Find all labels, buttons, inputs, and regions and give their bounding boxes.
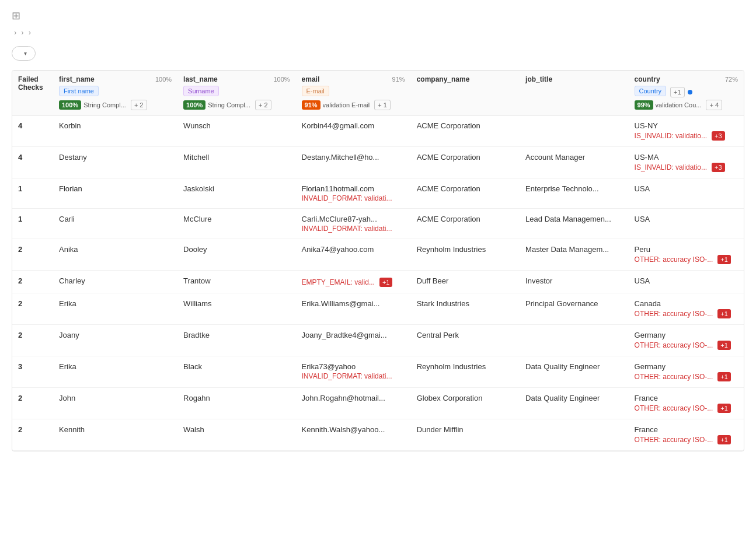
cell-job-title: Investor <box>520 271 628 293</box>
cell-country: FranceOTHER: accuracy ISO-...+1 <box>629 388 744 419</box>
cell-email: John.Rogahn@hotmail... <box>296 388 411 419</box>
col-header-first-name: first_name 100% First name 100% String C… <box>53 71 177 115</box>
cell-first-name: Charley <box>53 271 177 293</box>
cell-country: US-MAIS_INVALID: validatio...+3 <box>629 147 744 178</box>
check-pct-country: 99% <box>635 100 653 110</box>
check-pct-firstname: 100% <box>59 100 81 110</box>
check-label-email: validation E-mail <box>323 101 370 108</box>
check-plus-email: + 1 <box>374 100 391 110</box>
dot-blue-icon <box>688 90 692 94</box>
cell-company: ACME Corporation <box>411 115 520 147</box>
tag-first-name: First name <box>59 86 99 96</box>
cell-failed: 4 <box>12 147 53 178</box>
cell-first-name: Erika <box>53 356 177 388</box>
cell-company: Duff Beer <box>411 271 520 293</box>
cell-failed: 2 <box>12 239 53 271</box>
cell-country: USA <box>629 209 744 239</box>
cell-country: GermanyOTHER: accuracy ISO-...+1 <box>629 325 744 356</box>
cell-last-name: Jaskolski <box>177 178 295 209</box>
col-header-country: country 72% Country +1 99% validation Co… <box>629 71 744 115</box>
cell-last-name: Williams <box>177 293 295 325</box>
cell-failed: 2 <box>12 293 53 325</box>
cell-failed: 1 <box>12 178 53 209</box>
country-error-text: OTHER: accuracy ISO-... <box>635 341 713 349</box>
cell-job-title <box>520 325 628 356</box>
country-error-text: OTHER: accuracy ISO-... <box>635 436 713 444</box>
toolbar: ▾ <box>12 46 744 61</box>
cell-country: CanadaOTHER: accuracy ISO-...+1 <box>629 293 744 325</box>
country-error-badge: +1 <box>717 341 731 350</box>
cell-job-title: Data Quality Engineer <box>520 388 628 419</box>
tag-surname: Surname <box>183 86 219 96</box>
cell-failed: 3 <box>12 356 53 388</box>
tag-country: Country <box>635 86 667 96</box>
cell-last-name: Bradtke <box>177 325 295 356</box>
country-error-text: OTHER: accuracy ISO-... <box>635 373 713 381</box>
apply-filter-button[interactable]: ▾ <box>12 46 36 61</box>
cell-first-name: Korbin <box>53 115 177 147</box>
chevron-down-icon: ▾ <box>24 50 27 57</box>
cell-company: ACME Corporation <box>411 147 520 178</box>
cell-company: Reynholm Industries <box>411 356 520 388</box>
check-plus-firstname: + 2 <box>131 100 147 110</box>
country-error-text: OTHER: accuracy ISO-... <box>635 255 713 264</box>
cell-first-name: Joany <box>53 325 177 356</box>
table-row: 1FlorianJaskolskiFlorian11hotmail.comINV… <box>12 178 744 209</box>
cell-first-name: Carli <box>53 209 177 239</box>
col-header-email: email 91% E-mail 91% validation E-mail +… <box>296 71 411 115</box>
check-label-lastname: String Compl... <box>208 101 250 108</box>
cell-last-name: Trantow <box>177 271 295 293</box>
cell-company: ACME Corporation <box>411 209 520 239</box>
cell-email: EMPTY_EMAIL: valid...+1 <box>296 271 411 293</box>
country-error-badge: +1 <box>717 255 731 264</box>
country-error-text: IS_INVALID: validatio... <box>635 132 708 140</box>
cell-email: Korbin44@gmail.com <box>296 115 411 147</box>
country-error-badge: +1 <box>717 404 731 413</box>
cell-email: Kennith.Walsh@yahoo... <box>296 419 411 451</box>
country-error-badge: +1 <box>717 435 731 444</box>
check-plus-country: + 4 <box>706 100 722 110</box>
cell-job-title: Data Quality Engineer <box>520 356 628 388</box>
check-plus-lastname: + 2 <box>255 100 271 110</box>
country-error-badge: +3 <box>712 131 725 141</box>
email-error-badge: +1 <box>379 278 393 287</box>
cell-email: Florian11hotmail.comINVALID_FORMAT: vali… <box>296 178 411 209</box>
cell-job-title <box>520 115 628 147</box>
cell-country: US-NYIS_INVALID: validatio...+3 <box>629 115 744 147</box>
cell-company: Central Perk <box>411 325 520 356</box>
cell-failed: 2 <box>12 271 53 293</box>
table-row: 3ErikaBlackErika73@yahooINVALID_FORMAT: … <box>12 356 744 388</box>
cell-email: Anika74@yahoo.com <box>296 239 411 271</box>
cell-failed: 2 <box>12 419 53 451</box>
cell-country: USA <box>629 271 744 293</box>
cell-company: Dunder Mifflin <box>411 419 520 451</box>
cell-country: GermanyOTHER: accuracy ISO-...+1 <box>629 356 744 388</box>
cell-last-name: Mitchell <box>177 147 295 178</box>
cell-company: Globex Corporation <box>411 388 520 419</box>
col-header-job-title: job_title <box>520 71 628 115</box>
cell-failed: 4 <box>12 115 53 147</box>
header: ⊞ <box>12 9 744 22</box>
country-error-badge: +1 <box>717 309 731 318</box>
cell-last-name: McClure <box>177 209 295 239</box>
cell-company: Reynholm Industries <box>411 239 520 271</box>
check-label-country: validation Cou... <box>656 101 702 108</box>
page: ⊞ › › › ▾ Failed Checks <box>0 0 756 461</box>
cell-last-name: Rogahn <box>177 388 295 419</box>
tag-country-plus: +1 <box>670 87 685 97</box>
table-row: 1CarliMcClureCarli.McClure87-yah...INVAL… <box>12 209 744 239</box>
table-icon: ⊞ <box>12 9 20 22</box>
table-row: 2CharleyTrantowEMPTY_EMAIL: valid...+1Du… <box>12 271 744 293</box>
cell-first-name: Destany <box>53 147 177 178</box>
country-error-text: IS_INVALID: validatio... <box>635 163 708 171</box>
cell-email: Destany.Mitchell@ho... <box>296 147 411 178</box>
cell-email: Erika73@yahooINVALID_FORMAT: validati... <box>296 356 411 388</box>
cell-job-title: Lead Data Managemen... <box>520 209 628 239</box>
cell-email: Joany_Bradtke4@gmai... <box>296 325 411 356</box>
cell-failed: 2 <box>12 388 53 419</box>
cell-company: ACME Corporation <box>411 178 520 209</box>
cell-job-title <box>520 419 628 451</box>
check-label-firstname: String Compl... <box>83 101 126 108</box>
cell-country: USA <box>629 178 744 209</box>
table-row: 2ErikaWilliamsErika.Williams@gmai...Star… <box>12 293 744 325</box>
